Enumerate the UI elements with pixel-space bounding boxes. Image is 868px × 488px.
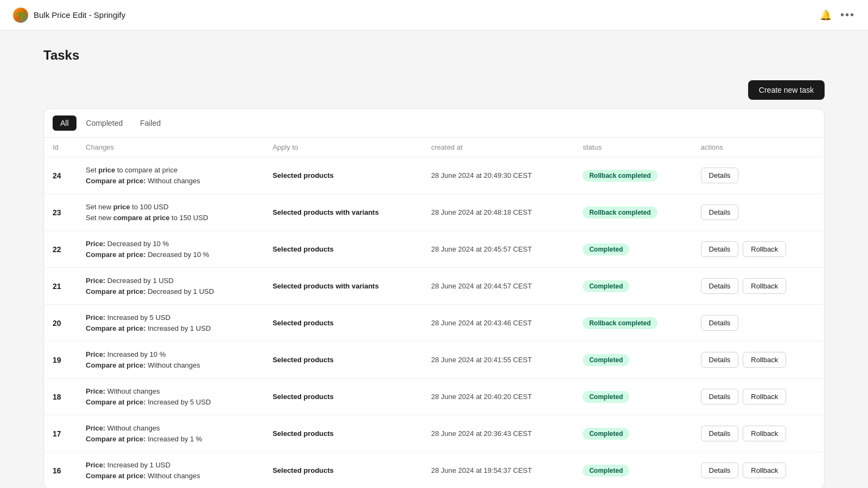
more-options-icon[interactable]: ••• — [840, 9, 855, 21]
row-status: Rollback completed — [574, 157, 692, 194]
details-button[interactable]: Details — [701, 463, 739, 478]
status-badge: Completed — [583, 280, 629, 292]
change-line: Compare at price: Without changes — [86, 471, 255, 481]
table-row: 17Price: Without changesCompare at price… — [44, 415, 824, 452]
rollback-button[interactable]: Rollback — [743, 463, 786, 478]
row-actions: DetailsRollback — [692, 452, 824, 489]
create-new-task-button[interactable]: Create new task — [748, 80, 825, 100]
details-button[interactable]: Details — [701, 204, 739, 220]
row-apply-to: Selected products — [264, 157, 422, 194]
status-badge: Completed — [583, 391, 629, 403]
row-apply-to: Selected products — [264, 305, 422, 342]
status-badge: Rollback completed — [583, 207, 657, 219]
details-button[interactable]: Details — [701, 241, 739, 257]
main-content: Tasks Create new task All Completed Fail… — [0, 30, 868, 488]
col-apply-to: Apply to — [264, 138, 422, 157]
row-actions: DetailsRollback — [692, 415, 824, 452]
rollback-button[interactable]: Rollback — [743, 352, 786, 368]
row-created-at: 28 June 2024 at 20:44:57 CEST — [423, 268, 574, 305]
table-row: 21Price: Decreased by 1 USDCompare at pr… — [44, 268, 824, 305]
row-changes: Set new price to 100 USDSet new compare … — [77, 194, 264, 231]
tab-all[interactable]: All — [53, 115, 76, 131]
change-line: Price: Decreased by 10 % — [86, 239, 255, 249]
app-title: Bulk Price Edit - Springify — [34, 10, 125, 20]
row-status: Rollback completed — [574, 194, 692, 231]
change-line: Price: Increased by 1 USD — [86, 460, 255, 471]
row-id: 17 — [44, 415, 77, 452]
row-status: Completed — [574, 231, 692, 268]
row-changes: Price: Without changesCompare at price: … — [77, 415, 264, 452]
actions-cell: Details — [701, 315, 815, 331]
app-header: 🌿 Bulk Price Edit - Springify 🔔 ••• — [0, 0, 868, 30]
tab-failed[interactable]: Failed — [132, 115, 168, 131]
details-button[interactable]: Details — [701, 352, 739, 368]
actions-cell: Details — [701, 204, 815, 220]
change-line: Compare at price: Increased by 1 USD — [86, 323, 255, 334]
details-button[interactable]: Details — [701, 278, 739, 294]
actions-cell: Details — [701, 168, 815, 183]
tasks-table: Id Changes Apply to created at status ac… — [44, 138, 824, 488]
row-status: Rollback completed — [574, 305, 692, 342]
row-created-at: 28 June 2024 at 20:40:20 CEST — [423, 378, 574, 415]
table-row: 20Price: Increased by 5 USDCompare at pr… — [44, 305, 824, 342]
row-actions: DetailsRollback — [692, 342, 824, 378]
row-status: Completed — [574, 415, 692, 452]
rollback-button[interactable]: Rollback — [743, 241, 786, 257]
row-id: 22 — [44, 231, 77, 268]
row-status: Completed — [574, 378, 692, 415]
change-line: Compare at price: Decreased by 1 USD — [86, 286, 255, 297]
change-line: Set new compare at price to 150 USD — [86, 213, 255, 223]
row-created-at: 28 June 2024 at 20:48:18 CEST — [423, 194, 574, 231]
rollback-button[interactable]: Rollback — [743, 426, 786, 441]
row-id: 19 — [44, 342, 77, 378]
row-changes: Price: Decreased by 10 %Compare at price… — [77, 231, 264, 268]
actions-cell: DetailsRollback — [701, 463, 815, 478]
row-status: Completed — [574, 452, 692, 489]
row-changes: Price: Increased by 1 USDCompare at pric… — [77, 452, 264, 489]
table-row: 23Set new price to 100 USDSet new compar… — [44, 194, 824, 231]
col-id: Id — [44, 138, 77, 157]
change-line: Price: Increased by 10 % — [86, 349, 255, 360]
status-badge: Completed — [583, 465, 629, 477]
status-badge: Completed — [583, 354, 629, 366]
row-created-at: 28 June 2024 at 20:43:46 CEST — [423, 305, 574, 342]
row-status: Completed — [574, 268, 692, 305]
rollback-button[interactable]: Rollback — [743, 389, 786, 404]
row-actions: DetailsRollback — [692, 231, 824, 268]
details-button[interactable]: Details — [701, 315, 739, 331]
change-line: Compare at price: Without changes — [86, 360, 255, 371]
row-id: 16 — [44, 452, 77, 489]
change-line: Compare at price: Without changes — [86, 176, 255, 187]
table-body: 24Set price to compare at priceCompare a… — [44, 157, 824, 489]
table-row: 19Price: Increased by 10 %Compare at pri… — [44, 342, 824, 378]
actions-cell: DetailsRollback — [701, 426, 815, 441]
actions-cell: DetailsRollback — [701, 389, 815, 404]
row-apply-to: Selected products with variants — [264, 268, 422, 305]
col-created-at: created at — [423, 138, 574, 157]
table-header: Id Changes Apply to created at status ac… — [44, 138, 824, 157]
row-id: 23 — [44, 194, 77, 231]
actions-cell: DetailsRollback — [701, 241, 815, 257]
details-button[interactable]: Details — [701, 426, 739, 441]
table-row: 16Price: Increased by 1 USDCompare at pr… — [44, 452, 824, 489]
tab-completed[interactable]: Completed — [79, 115, 131, 131]
row-apply-to: Selected products — [264, 231, 422, 268]
row-created-at: 28 June 2024 at 19:54:37 CEST — [423, 452, 574, 489]
change-line: Price: Increased by 5 USD — [86, 312, 255, 323]
change-line: Compare at price: Decreased by 10 % — [86, 249, 255, 260]
actions-cell: DetailsRollback — [701, 278, 815, 294]
table-row: 24Set price to compare at priceCompare a… — [44, 157, 824, 194]
details-button[interactable]: Details — [701, 168, 739, 183]
actions-cell: DetailsRollback — [701, 352, 815, 368]
row-actions: Details — [692, 157, 824, 194]
row-created-at: 28 June 2024 at 20:41:55 CEST — [423, 342, 574, 378]
status-badge: Completed — [583, 243, 629, 255]
rollback-button[interactable]: Rollback — [743, 278, 786, 294]
row-actions: Details — [692, 194, 824, 231]
col-status: status — [574, 138, 692, 157]
bell-icon[interactable]: 🔔 — [820, 9, 832, 21]
details-button[interactable]: Details — [701, 389, 739, 404]
col-changes: Changes — [77, 138, 264, 157]
table-row: 18Price: Without changesCompare at price… — [44, 378, 824, 415]
row-apply-to: Selected products — [264, 415, 422, 452]
